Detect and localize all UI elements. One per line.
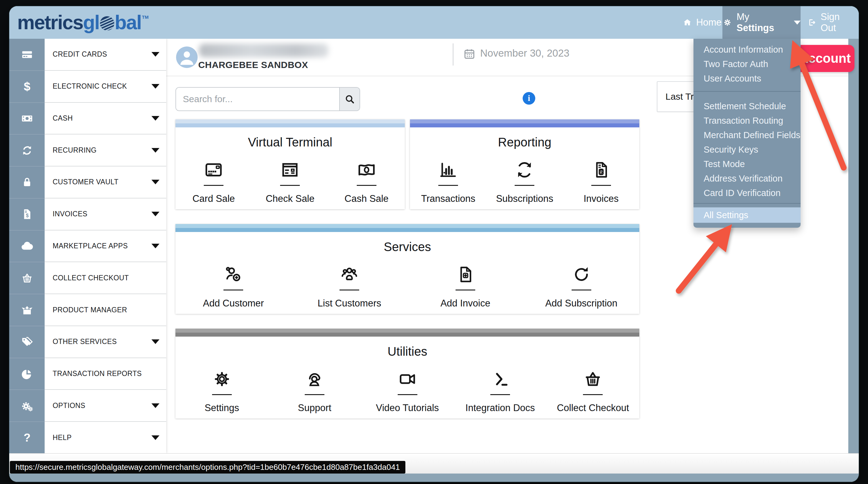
settings-gear-icon	[212, 369, 232, 389]
gears-icon	[9, 390, 44, 422]
menu-item-card-id-verification[interactable]: Card ID Verification	[693, 186, 801, 200]
search-box	[176, 87, 360, 111]
action-add-customer[interactable]: Add Customer	[176, 264, 291, 309]
card-accent-strip	[176, 119, 405, 123]
logo-text-bal: bal	[115, 11, 141, 34]
basket-icon	[9, 262, 44, 294]
search-input[interactable]	[176, 88, 339, 110]
sidebar-item-label: INVOICES	[53, 210, 87, 218]
logo-text-gl: gl	[83, 11, 99, 34]
sidebar-item-collect-checkout[interactable]: COLLECT CHECKOUT	[9, 262, 166, 294]
metricsglobal-logo: metricsglbalTM	[17, 6, 149, 39]
action-subscriptions[interactable]: Subscriptions	[486, 160, 563, 204]
sidebar-item-credit-cards[interactable]: CREDIT CARDS	[9, 39, 166, 71]
lock-icon	[9, 166, 44, 198]
services-card: Services Add Customer List Customers Add…	[176, 224, 639, 314]
section-title: Reporting	[410, 135, 639, 149]
cash-icon	[9, 103, 44, 135]
gear-icon	[722, 18, 732, 27]
sidebar-item-invoices[interactable]: INVOICES	[9, 198, 166, 230]
cash-sale-icon	[356, 160, 377, 180]
account-button[interactable]: Account	[795, 45, 855, 72]
search-button[interactable]	[339, 88, 360, 110]
action-settings[interactable]: Settings	[176, 369, 268, 414]
chevron-down-icon	[151, 180, 159, 184]
sidebar-navigation: CREDIT CARDS ELECTRONIC CHECK CASH RECUR…	[9, 39, 166, 453]
menu-item-transaction-routing[interactable]: Transaction Routing	[693, 114, 801, 128]
menu-item-account-information[interactable]: Account Information	[693, 42, 801, 57]
nav-home-label: Home	[696, 17, 722, 28]
section-title: Utilities	[176, 345, 639, 358]
menu-item-user-accounts[interactable]: User Accounts	[693, 71, 801, 86]
sidebar-item-help[interactable]: HELP	[9, 422, 166, 453]
action-label: Settings	[205, 402, 239, 414]
invoice-icon	[9, 198, 44, 230]
support-icon	[304, 369, 325, 389]
action-support[interactable]: Support	[268, 369, 361, 414]
menu-item-merchant-defined-fields[interactable]: Merchant Defined Fields	[693, 128, 801, 142]
action-label: List Customers	[318, 298, 381, 309]
menu-item-security-keys[interactable]: Security Keys	[693, 142, 801, 157]
action-collect-checkout[interactable]: Collect Checkout	[547, 369, 639, 414]
action-cash-sale[interactable]: Cash Sale	[329, 160, 405, 204]
cloud-icon	[9, 230, 44, 262]
utilities-card: Utilities Settings Support Video Tutoria…	[176, 329, 639, 418]
nav-my-settings[interactable]: My Settings	[722, 6, 801, 39]
nav-sign-out[interactable]: Sign Out	[807, 6, 853, 39]
sidebar-item-label: OTHER SERVICES	[53, 337, 117, 346]
action-list-customers[interactable]: List Customers	[291, 264, 407, 309]
action-add-subscription[interactable]: Add Subscription	[523, 264, 639, 309]
invoices-icon	[591, 160, 611, 180]
action-transactions[interactable]: Transactions	[410, 160, 486, 204]
nav-my-settings-label: My Settings	[737, 11, 788, 34]
menu-item-test-mode[interactable]: Test Mode	[693, 157, 801, 171]
menu-item-all-settings[interactable]: All Settings	[693, 207, 801, 223]
tags-icon	[9, 326, 44, 358]
nav-home[interactable]: Home	[684, 6, 720, 39]
sidebar-item-label: COLLECT CHECKOUT	[53, 274, 129, 282]
menu-divider	[693, 91, 801, 92]
sidebar-item-product-manager[interactable]: PRODUCT MANAGER	[9, 294, 166, 326]
action-label: Transactions	[421, 193, 475, 204]
sidebar-item-cash[interactable]: CASH	[9, 103, 166, 135]
scrollbar[interactable]	[848, 39, 859, 474]
info-icon[interactable]: i	[523, 92, 535, 105]
sidebar-item-label: TRANSACTION REPORTS	[53, 369, 142, 378]
menu-item-settlement-schedule[interactable]: Settlement Schedule	[693, 99, 801, 114]
sidebar-item-marketplace-apps[interactable]: MARKETPLACE APPS	[9, 230, 166, 262]
sidebar-item-electronic-check[interactable]: ELECTRONIC CHECK	[9, 71, 166, 103]
action-label: Video Tutorials	[376, 402, 439, 414]
status-url-tooltip: https://secure.metricsglobalgateway.com/…	[10, 461, 405, 474]
basket-icon	[583, 369, 603, 389]
chevron-down-icon	[151, 148, 159, 153]
action-invoices[interactable]: Invoices	[563, 160, 639, 204]
sidebar-item-customer-vault[interactable]: CUSTOMER VAULT	[9, 166, 166, 198]
menu-item-two-factor-auth[interactable]: Two Factor Auth	[693, 57, 801, 71]
action-video-tutorials[interactable]: Video Tutorials	[361, 369, 454, 414]
action-label: Support	[298, 402, 332, 414]
sidebar-item-recurring[interactable]: RECURRING	[9, 134, 166, 166]
action-add-invoice[interactable]: Add Invoice	[407, 264, 524, 309]
header-divider	[453, 43, 454, 66]
action-integration-docs[interactable]: Integration Docs	[454, 369, 546, 414]
subscriptions-icon	[514, 160, 535, 180]
sidebar-item-label: PRODUCT MANAGER	[53, 306, 127, 314]
sidebar-item-transaction-reports[interactable]: TRANSACTION REPORTS	[9, 358, 166, 390]
add-subscription-icon	[571, 264, 592, 285]
chevron-down-icon	[151, 52, 159, 57]
sidebar-item-label: RECURRING	[53, 146, 97, 155]
transactions-icon	[438, 160, 458, 180]
credit-card-icon	[9, 39, 44, 71]
sidebar-item-label: HELP	[53, 433, 72, 442]
section-title: Services	[176, 240, 639, 254]
recurring-icon	[9, 134, 44, 166]
sidebar-item-options[interactable]: OPTIONS	[9, 390, 166, 422]
menu-item-address-verification[interactable]: Address Verification	[693, 171, 801, 186]
question-icon	[9, 422, 44, 454]
action-label: Subscriptions	[496, 193, 553, 204]
sidebar-item-other-services[interactable]: OTHER SERVICES	[9, 326, 166, 358]
action-check-sale[interactable]: Check Sale	[252, 160, 328, 204]
action-label: Check Sale	[266, 193, 315, 204]
action-card-sale[interactable]: Card Sale	[176, 160, 252, 204]
chevron-down-icon	[151, 116, 159, 121]
